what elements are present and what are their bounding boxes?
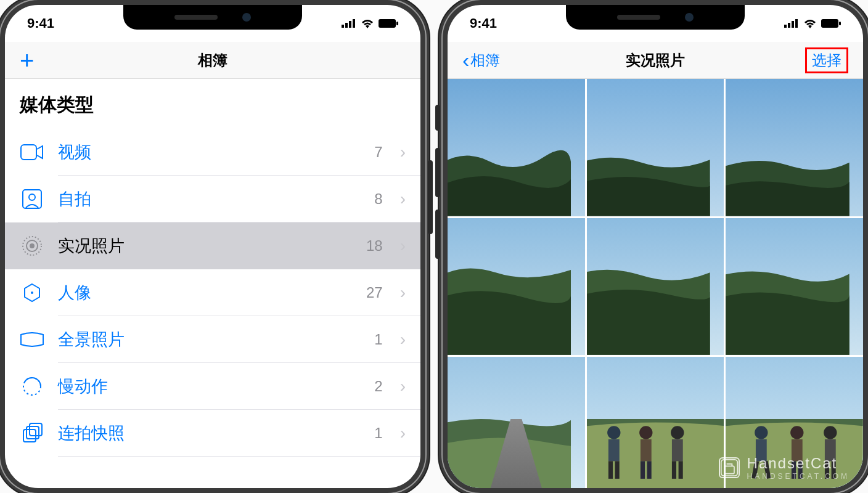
side-button bbox=[428, 160, 433, 234]
chevron-right-icon: › bbox=[400, 283, 406, 303]
signal-icon bbox=[784, 19, 799, 28]
media-type-list: 视频 7 › 自拍 8 › 实况照片 18 › bbox=[5, 129, 420, 457]
chevron-right-icon: › bbox=[400, 236, 406, 256]
list-item-count: 7 bbox=[374, 144, 382, 161]
nav-title: 实况照片 bbox=[626, 51, 685, 70]
list-item-label: 视频 bbox=[58, 141, 361, 163]
list-item-slo-mo[interactable]: 慢动作 2 › bbox=[5, 363, 420, 410]
side-button bbox=[435, 148, 440, 197]
watermark-url: HANDSETCAT.COM bbox=[747, 472, 850, 481]
svg-point-25 bbox=[608, 426, 621, 439]
svg-rect-23 bbox=[839, 22, 841, 25]
svg-rect-3 bbox=[353, 19, 355, 28]
svg-rect-27 bbox=[608, 461, 613, 479]
svg-rect-19 bbox=[788, 23, 790, 28]
svg-rect-0 bbox=[342, 25, 344, 28]
list-item-count: 1 bbox=[374, 425, 382, 442]
svg-rect-22 bbox=[821, 19, 838, 28]
chevron-right-icon: › bbox=[400, 423, 406, 443]
list-item-selfie[interactable]: 自拍 8 › bbox=[5, 176, 420, 222]
chevron-right-icon: › bbox=[400, 142, 406, 162]
live-photo-icon bbox=[20, 234, 44, 258]
signal-icon bbox=[342, 19, 356, 28]
selfie-icon bbox=[20, 187, 44, 211]
svg-rect-20 bbox=[792, 21, 794, 28]
watermark-icon bbox=[719, 457, 740, 478]
list-item-portrait[interactable]: 人像 27 › bbox=[5, 269, 420, 316]
battery-icon bbox=[821, 19, 841, 28]
list-item-count: 2 bbox=[374, 378, 382, 395]
watermark-title: HandsetCat bbox=[747, 455, 850, 472]
svg-point-42 bbox=[790, 426, 803, 439]
photo-thumbnail[interactable] bbox=[587, 357, 724, 488]
video-icon bbox=[20, 140, 44, 165]
chevron-right-icon: › bbox=[400, 189, 406, 209]
svg-point-14 bbox=[23, 378, 41, 395]
photo-thumbnail[interactable] bbox=[448, 218, 585, 356]
photo-thumbnail[interactable] bbox=[587, 218, 724, 356]
list-item-label: 全景照片 bbox=[58, 328, 361, 351]
chevron-left-icon: ‹ bbox=[462, 52, 469, 68]
photo-thumbnail[interactable] bbox=[448, 357, 585, 488]
back-button[interactable]: ‹ 相簿 bbox=[462, 51, 500, 70]
svg-rect-5 bbox=[396, 22, 398, 25]
nav-title: 相簿 bbox=[198, 51, 227, 70]
phone-mockup-right: 9:41 ‹ 相簿 实况照片 选择 bbox=[443, 0, 868, 493]
svg-rect-32 bbox=[647, 461, 651, 479]
svg-rect-2 bbox=[349, 21, 351, 28]
svg-point-11 bbox=[30, 243, 35, 248]
list-item-label: 实况照片 bbox=[58, 235, 353, 257]
nav-bar: + 相簿 bbox=[5, 42, 420, 79]
chevron-right-icon: › bbox=[400, 377, 406, 396]
list-item-label: 自拍 bbox=[58, 188, 361, 210]
photo-grid bbox=[448, 79, 863, 488]
svg-rect-34 bbox=[672, 439, 683, 462]
wifi-icon bbox=[361, 18, 374, 28]
svg-point-33 bbox=[671, 426, 684, 439]
svg-rect-16 bbox=[27, 426, 39, 439]
svg-rect-1 bbox=[345, 23, 348, 28]
photo-thumbnail[interactable] bbox=[726, 218, 863, 356]
list-item-count: 18 bbox=[366, 237, 383, 255]
list-item-label: 人像 bbox=[58, 282, 353, 304]
section-header: 媒体类型 bbox=[5, 79, 420, 129]
panorama-icon bbox=[20, 327, 44, 352]
watermark: HandsetCat HANDSETCAT.COM bbox=[719, 455, 850, 481]
svg-rect-31 bbox=[640, 461, 644, 479]
slo-mo-icon bbox=[20, 374, 44, 399]
svg-rect-6 bbox=[21, 145, 36, 160]
svg-rect-51 bbox=[724, 466, 734, 473]
nav-bar: ‹ 相簿 实况照片 选择 bbox=[448, 42, 863, 79]
svg-rect-4 bbox=[379, 19, 396, 28]
select-button[interactable]: 选择 bbox=[805, 47, 848, 73]
wifi-icon bbox=[803, 18, 817, 28]
list-item-panorama[interactable]: 全景照片 1 › bbox=[5, 316, 420, 363]
svg-point-38 bbox=[755, 426, 768, 439]
status-time: 9:41 bbox=[27, 15, 54, 31]
burst-icon bbox=[20, 421, 44, 446]
side-button bbox=[435, 210, 440, 259]
list-item-label: 连拍快照 bbox=[58, 422, 361, 444]
svg-point-29 bbox=[639, 426, 652, 439]
phone-mockup-left: 9:41 + 相簿 媒体类型 视频 7 › bbox=[0, 0, 425, 493]
list-item-live-photo[interactable]: 实况照片 18 › bbox=[5, 222, 420, 269]
notch bbox=[566, 5, 745, 30]
svg-point-46 bbox=[824, 426, 837, 439]
photo-thumbnail[interactable] bbox=[587, 79, 724, 216]
svg-rect-36 bbox=[678, 461, 682, 479]
svg-rect-18 bbox=[784, 25, 787, 28]
add-button[interactable]: + bbox=[20, 48, 34, 73]
svg-rect-21 bbox=[795, 19, 798, 28]
svg-rect-30 bbox=[640, 439, 651, 462]
svg-rect-28 bbox=[615, 461, 620, 479]
photo-thumbnail[interactable] bbox=[726, 79, 863, 216]
list-item-count: 1 bbox=[374, 331, 382, 348]
list-item-video[interactable]: 视频 7 › bbox=[5, 129, 420, 176]
list-item-count: 27 bbox=[366, 284, 383, 301]
svg-rect-35 bbox=[672, 461, 676, 479]
list-item-burst[interactable]: 连拍快照 1 › bbox=[5, 410, 420, 457]
photo-thumbnail[interactable] bbox=[448, 79, 585, 216]
side-button bbox=[435, 105, 440, 131]
battery-icon bbox=[379, 19, 398, 28]
notch bbox=[123, 5, 302, 30]
